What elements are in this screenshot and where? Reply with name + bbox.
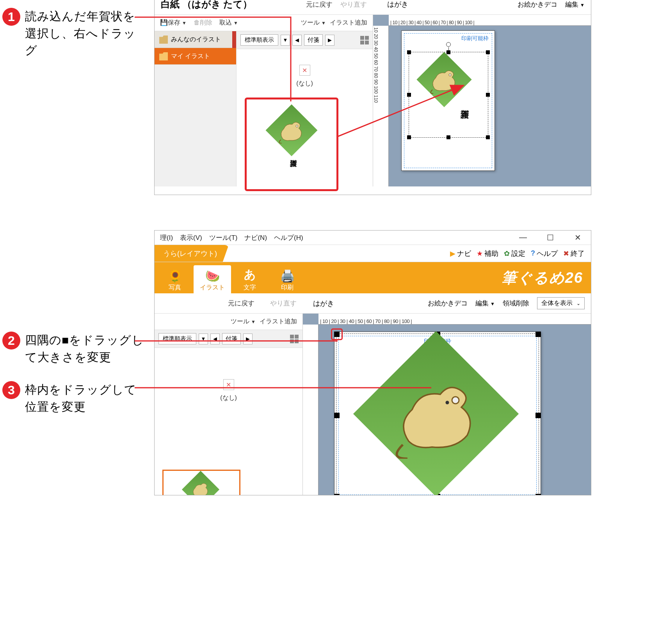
annotation-line-3 [135, 386, 431, 390]
husen-button[interactable]: 付箋 [304, 34, 323, 46]
redo-button-2: やり直す [270, 299, 297, 308]
thumb-none-label: (なし) [296, 80, 313, 88]
resize-handle-se-2[interactable] [535, 494, 541, 495]
callout-text-1: 読み込んだ年賀状を選択し、右へドラッグ [25, 8, 146, 59]
callout-badge-3: 3 [2, 381, 20, 399]
rotate-handle[interactable] [446, 42, 451, 47]
resize-handle-se[interactable] [486, 135, 490, 139]
tab-back-2[interactable]: うら(レイアウト) [155, 245, 229, 262]
zoom-select[interactable]: 全体を表示⌄ [537, 297, 585, 309]
resize-handle-n[interactable] [447, 50, 450, 54]
chevron-down-icon: ▼ [580, 2, 585, 8]
action-illust-2[interactable]: 🍉イラスト [194, 265, 231, 293]
canvas-label: はがき [387, 0, 408, 9]
ruler-horizontal: | 10 | 20 | 30 | 40 | 50 | 60 | 70 | 80 … [389, 15, 591, 26]
ruler-vertical-2 [303, 325, 318, 495]
menu-tools-2[interactable]: ツール(T) [209, 233, 238, 242]
menu-navi-2[interactable]: ナビ(N) [244, 233, 267, 242]
resize-handle-e-2[interactable] [535, 413, 541, 418]
edit-button-2[interactable]: 編集▼ [475, 299, 495, 308]
gear-icon: ✿ [504, 249, 510, 258]
printable-frame-label: 印刷可能枠 [461, 35, 489, 42]
close-icon: ✖ [563, 249, 569, 258]
resize-handle-ne[interactable] [486, 50, 490, 54]
chevron-down-icon: ▼ [490, 301, 495, 307]
tool-button[interactable]: ツール▼ [301, 19, 326, 27]
maximize-button[interactable]: ☐ [543, 233, 558, 242]
resize-handle-w-2[interactable] [334, 413, 340, 418]
cursor-icon: ▶ [450, 249, 455, 258]
assist-button-2[interactable]: ★補助 [477, 249, 498, 258]
callout-text-3: 枠内をドラッグして位置を変更 [25, 381, 146, 415]
svg-point-4 [452, 397, 459, 404]
edit-button[interactable]: 編集▼ [565, 0, 585, 9]
minimize-button[interactable]: — [515, 233, 531, 242]
grid-view-icon[interactable] [360, 36, 369, 44]
annotation-arrow [338, 78, 470, 148]
redo-button: やり直す [340, 0, 367, 9]
thumb-selected[interactable] [162, 470, 240, 495]
thumb-none[interactable]: ✕ [299, 65, 310, 76]
undo-button[interactable]: 元に戻す [306, 0, 333, 9]
next-button[interactable]: ▶ [325, 35, 334, 46]
add-illust-button-2[interactable]: イラスト追加 [260, 318, 297, 326]
resize-handle-sw-2[interactable] [334, 494, 340, 495]
exit-button[interactable]: ✖終了 [563, 249, 585, 258]
menu-help-2[interactable]: ヘルプ(H) [274, 233, 303, 242]
tool-button-2[interactable]: ツール▼ [231, 318, 256, 326]
resize-handle-e[interactable] [486, 93, 490, 97]
callout-text-2: 四隅の■をドラッグして大きさを変更 [25, 332, 146, 365]
prev-button[interactable]: ◀ [292, 35, 302, 46]
brand-logo: 筆ぐるめ26 [502, 268, 591, 288]
template-title: 白紙 （はがき たて） [161, 0, 252, 11]
annotation-line-2 [135, 339, 338, 343]
photo-icon: 🌻 [168, 269, 182, 283]
resize-handle-ne-2[interactable] [535, 332, 541, 337]
menu-illust-mgr-2[interactable]: 理(I) [160, 233, 173, 242]
add-illust-button[interactable]: イラスト追加 [330, 19, 367, 27]
chevron-down-icon: ⌄ [576, 301, 580, 306]
oekaki-button-2[interactable]: お絵かきデコ [428, 299, 468, 308]
resize-handle-nw[interactable] [407, 50, 411, 54]
help-icon: ? [531, 249, 535, 257]
menu-view-2[interactable]: 表示(V) [180, 233, 202, 242]
region-delete-button[interactable]: 領域削除 [503, 299, 529, 308]
action-print-2[interactable]: 🖨️印刷 [269, 265, 306, 293]
settings-button[interactable]: ✿設定 [504, 249, 525, 258]
oekaki-button[interactable]: お絵かきデコ [518, 0, 557, 9]
callout-badge-1: 1 [2, 8, 20, 26]
text-icon: あ [244, 267, 256, 283]
star-icon: ★ [477, 249, 483, 258]
undo-button-2[interactable]: 元に戻す [228, 299, 254, 308]
cross-icon: ✕ [302, 67, 307, 74]
svg-point-2 [296, 125, 298, 127]
action-photo-2[interactable]: 🌻写真 [156, 265, 194, 293]
canvas-label-2: はがき [313, 299, 334, 308]
navi-button-2[interactable]: ▶ナビ [450, 249, 471, 258]
help-button[interactable]: ?ヘルプ [531, 249, 558, 258]
close-button[interactable]: ✕ [570, 233, 585, 242]
annotation-line-1 [135, 16, 291, 105]
selection-frame-2[interactable]: 謹賀 [336, 334, 539, 495]
print-icon: 🖨️ [280, 269, 295, 283]
illust-icon: 🍉 [205, 269, 220, 283]
thumb-none-label-2: (なし) [220, 394, 237, 402]
svg-point-5 [446, 401, 449, 404]
postcard-canvas-2[interactable]: 印刷可能枠 [334, 332, 541, 495]
action-text-2[interactable]: あ文字 [231, 265, 269, 293]
svg-point-1 [449, 74, 451, 76]
ruler-horizontal-2: | 10 | 20 | 30 | 40 | 50 | 60 | 70 | 80 … [318, 314, 591, 325]
annotation-handle-highlight [331, 328, 343, 340]
svg-line-3 [338, 86, 463, 137]
callout-badge-2: 2 [2, 332, 20, 349]
annotation-selection-box: 謹賀新年 [245, 98, 338, 191]
